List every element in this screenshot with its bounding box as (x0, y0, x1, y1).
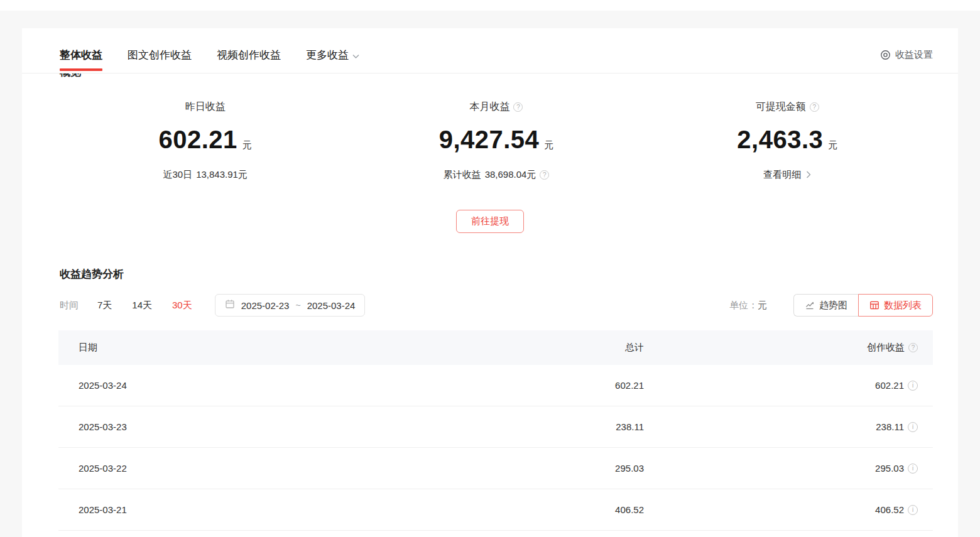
active-tab-underline (60, 68, 102, 71)
stat-yesterday-earnings: 昨日收益 602.21元 近30日 13,843.91元 (60, 100, 351, 181)
table-row: 2025-03-24 602.21 602.21 i (58, 365, 933, 406)
view-toggle-group: 趋势图 数据列表 (793, 294, 933, 317)
calendar-icon (225, 299, 235, 312)
time-label: 时间 (60, 300, 79, 312)
earnings-settings-button[interactable]: 收益设置 (880, 49, 933, 61)
info-icon[interactable]: i (908, 422, 918, 432)
stat-month-earnings: 本月收益 ? 9,427.54元 累计收益 38,698.04元 ? (351, 100, 641, 181)
chevron-down-icon (352, 50, 359, 62)
stat-unit: 元 (544, 139, 553, 150)
cell-total: 602.21 (393, 380, 644, 391)
data-table-icon (869, 300, 879, 310)
stat-sub-cumulative: 累计收益 38,698.04元 ? (444, 169, 550, 181)
info-icon[interactable]: i (908, 381, 918, 391)
help-icon[interactable]: ? (810, 102, 819, 112)
cell-date: 2025-03-24 (79, 380, 393, 391)
tab-overall-earnings[interactable]: 整体收益 (60, 37, 102, 73)
tab-label: 图文创作收益 (128, 48, 192, 62)
stat-label: 昨日收益 (185, 100, 226, 114)
chevron-right-icon (806, 170, 811, 180)
settings-icon (880, 50, 891, 60)
range-14days[interactable]: 14天 (132, 300, 152, 312)
help-icon[interactable]: ? (908, 343, 918, 352)
help-icon[interactable]: ? (540, 170, 549, 180)
trend-title: 收益趋势分析 (60, 267, 933, 281)
help-icon[interactable]: ? (513, 102, 523, 112)
column-date: 日期 (79, 342, 393, 354)
stat-value: 602.21元 (60, 125, 351, 160)
cell-creation: 602.21 i (644, 380, 918, 391)
cell-total: 295.03 (393, 463, 644, 474)
tab-label: 更多收益 (306, 48, 349, 62)
stat-withdrawable-amount: 可提现金额 ? 2,463.3元 查看明细 (642, 100, 933, 181)
cell-date: 2025-03-23 (79, 421, 393, 432)
tab-label: 整体收益 (60, 48, 102, 62)
date-end: 2025-03-24 (307, 300, 356, 311)
tab-more-earnings[interactable]: 更多收益 (306, 37, 359, 73)
stat-label: 可提现金额 (756, 100, 806, 114)
trend-section: 收益趋势分析 时间 7天 14天 30天 2025-02-23 ~ 2025-0… (22, 233, 958, 317)
unit-label: 单位：元 (729, 300, 767, 312)
stat-unit: 元 (828, 139, 837, 150)
stat-value: 9,427.54元 (351, 125, 641, 160)
cell-total: 406.52 (393, 504, 644, 515)
table-row: 2025-03-22 295.03 295.03 i (58, 448, 933, 489)
info-icon[interactable]: i (908, 464, 918, 474)
cell-creation: 295.03 i (644, 463, 918, 474)
tab-video-earnings[interactable]: 视频创作收益 (217, 37, 281, 73)
cell-creation: 406.52 i (644, 504, 918, 515)
main-panel: 概览 整体收益 图文创作收益 视频创作收益 更多收益 收益设置 (22, 28, 958, 537)
table-header: 日期 总计 创作收益 ? (58, 330, 933, 365)
table-row: 2025-03-23 238.11 238.11 i (58, 406, 933, 448)
range-7days[interactable]: 7天 (97, 300, 112, 312)
table-row: 2025-03-21 406.52 406.52 i (58, 489, 933, 531)
cell-date: 2025-03-22 (79, 463, 393, 474)
stat-unit: 元 (242, 139, 252, 150)
trend-filter-row: 时间 7天 14天 30天 2025-02-23 ~ 2025-03-24 (60, 294, 933, 317)
view-details-link[interactable]: 查看明细 (763, 169, 811, 181)
stat-label: 本月收益 (469, 100, 509, 114)
stat-value: 2,463.3元 (642, 125, 933, 160)
view-button-label: 数据列表 (884, 300, 922, 312)
data-list-view-button[interactable]: 数据列表 (858, 294, 933, 317)
cell-creation: 238.11 i (644, 421, 918, 432)
withdraw-button[interactable]: 前往提现 (456, 210, 524, 233)
info-icon[interactable]: i (908, 505, 918, 515)
unit-value: 元 (758, 300, 767, 310)
stat-sub-30days: 近30日 13,843.91元 (163, 169, 247, 181)
view-button-label: 趋势图 (819, 300, 847, 312)
date-start: 2025-02-23 (241, 300, 290, 311)
column-creation-earnings: 创作收益 ? (644, 342, 918, 354)
range-30days[interactable]: 30天 (172, 300, 192, 312)
trend-chart-view-button[interactable]: 趋势图 (793, 294, 858, 317)
filter-right-group: 单位：元 趋势图 (729, 294, 933, 317)
tab-label: 视频创作收益 (217, 48, 281, 62)
cell-date: 2025-03-21 (79, 504, 393, 515)
cell-total: 238.11 (393, 421, 644, 432)
column-total: 总计 (393, 342, 644, 354)
tab-bar: 整体收益 图文创作收益 视频创作收益 更多收益 收益设置 (22, 28, 958, 73)
date-separator: ~ (295, 300, 300, 310)
tab-article-earnings[interactable]: 图文创作收益 (128, 37, 192, 73)
settings-label: 收益设置 (895, 49, 933, 61)
overview-stats: 昨日收益 602.21元 近30日 13,843.91元 本月收益 ? 9,42… (22, 73, 958, 181)
earnings-table: 日期 总计 创作收益 ? 2025-03-24 602.21 602.21 i … (58, 330, 933, 531)
date-range-picker[interactable]: 2025-02-23 ~ 2025-03-24 (215, 294, 366, 317)
trend-chart-icon (805, 300, 815, 310)
